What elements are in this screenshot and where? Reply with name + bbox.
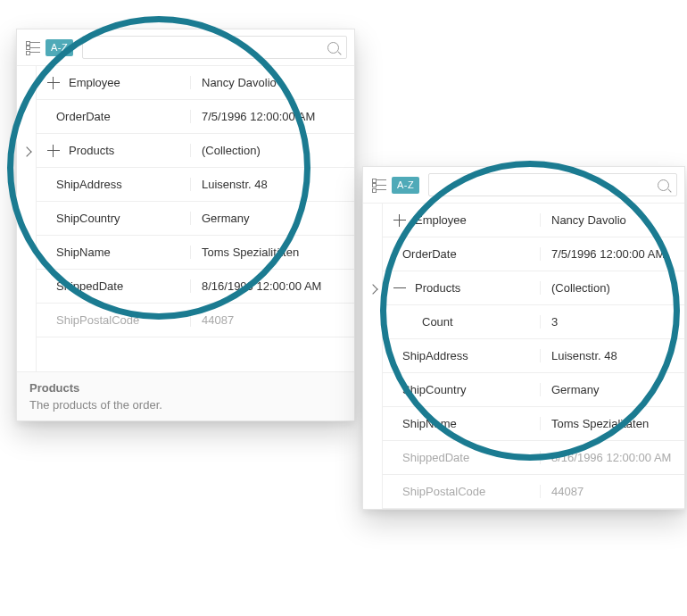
property-value-cell[interactable]: Toms Spezialitäten bbox=[540, 417, 684, 430]
property-name: ShippedDate bbox=[56, 279, 123, 293]
property-value: Toms Spezialitäten bbox=[551, 417, 649, 430]
property-name-cell: ShipCountry bbox=[383, 383, 540, 396]
property-name: OrderDate bbox=[56, 110, 111, 123]
property-name-cell: ShippedDate bbox=[383, 451, 540, 464]
property-name: ShipName bbox=[402, 417, 457, 430]
search-input[interactable] bbox=[90, 41, 327, 54]
expand-icon[interactable] bbox=[47, 77, 60, 89]
search-input[interactable] bbox=[436, 179, 658, 192]
property-value: Luisenstr. 48 bbox=[202, 178, 268, 191]
property-value-cell[interactable]: 8/16/1996 12:00:00 AM bbox=[540, 451, 684, 464]
property-grid: EmployeeNancy DavolioOrderDate7/5/1996 1… bbox=[37, 66, 354, 371]
property-name: ShipAddress bbox=[56, 178, 122, 191]
property-name-cell: ShipAddress bbox=[37, 178, 190, 191]
property-name-cell: ShipCountry bbox=[37, 212, 190, 225]
property-value: (Collection) bbox=[551, 281, 610, 295]
property-row[interactable]: Products(Collection) bbox=[383, 271, 684, 305]
property-name-cell: Employee bbox=[37, 76, 190, 89]
property-value-cell[interactable]: (Collection) bbox=[540, 281, 684, 295]
property-name: ShipAddress bbox=[402, 349, 468, 362]
property-value-cell[interactable]: Germany bbox=[540, 383, 684, 396]
property-name-cell: OrderDate bbox=[37, 110, 190, 123]
property-value: Nancy Davolio bbox=[202, 76, 277, 89]
property-value-cell[interactable]: 44087 bbox=[540, 485, 684, 498]
property-row[interactable]: Count3 bbox=[383, 305, 684, 339]
property-value: Nancy Davolio bbox=[551, 213, 626, 227]
property-value: Luisenstr. 48 bbox=[551, 349, 617, 362]
property-value: 44087 bbox=[551, 485, 584, 498]
property-name: Employee bbox=[415, 213, 467, 227]
sort-alpha-button[interactable]: A-Z bbox=[46, 39, 73, 56]
property-row[interactable]: ShipNameToms Spezialitäten bbox=[37, 236, 354, 270]
sort-alpha-button[interactable]: A-Z bbox=[392, 177, 419, 194]
property-row[interactable]: ShippedDate8/16/1996 12:00:00 AM bbox=[37, 270, 354, 304]
toolbar: A-Z bbox=[17, 29, 354, 66]
collapse-icon[interactable] bbox=[393, 282, 406, 295]
property-grid-panel-collapsed: A-Z EmployeeNancy DavolioOrderDate7/5/19… bbox=[16, 29, 355, 421]
property-row[interactable]: ShippedDate8/16/1996 12:00:00 AM bbox=[383, 441, 684, 475]
property-name: ShipCountry bbox=[402, 383, 467, 396]
property-name: ShipPostalCode bbox=[56, 313, 139, 327]
property-row[interactable]: OrderDate7/5/1996 12:00:00 AM bbox=[383, 237, 684, 271]
property-name: Products bbox=[415, 281, 460, 295]
property-row[interactable]: ShipPostalCode44087 bbox=[383, 475, 684, 509]
property-name-cell: ShipPostalCode bbox=[383, 485, 540, 498]
property-value-cell[interactable]: 7/5/1996 12:00:00 AM bbox=[540, 247, 684, 261]
property-name-cell: ShipName bbox=[37, 246, 190, 259]
property-value-cell[interactable]: Nancy Davolio bbox=[190, 76, 354, 89]
property-value-cell[interactable]: Germany bbox=[190, 212, 354, 225]
property-name: Products bbox=[69, 144, 114, 157]
property-value-cell[interactable]: 3 bbox=[540, 315, 684, 329]
expand-icon[interactable] bbox=[47, 145, 60, 157]
property-name-cell: ShipPostalCode bbox=[37, 313, 190, 327]
property-value: Germany bbox=[551, 383, 599, 396]
description-pane: Products The products of the order. bbox=[17, 371, 354, 420]
property-name-cell: Products bbox=[383, 281, 540, 295]
property-name: Count bbox=[422, 315, 453, 329]
property-value-cell[interactable]: 44087 bbox=[190, 313, 354, 327]
property-value: 44087 bbox=[202, 313, 234, 327]
row-expander-gutter bbox=[17, 66, 37, 371]
property-name-cell: ShippedDate bbox=[37, 279, 190, 293]
search-icon bbox=[327, 42, 339, 54]
property-row[interactable]: ShipAddressLuisenstr. 48 bbox=[383, 339, 684, 373]
property-row[interactable]: ShipCountryGermany bbox=[383, 373, 684, 407]
property-row[interactable]: ShipAddressLuisenstr. 48 bbox=[37, 168, 354, 202]
property-row[interactable]: ShipNameToms Spezialitäten bbox=[383, 407, 684, 441]
property-row[interactable]: ShipCountryGermany bbox=[37, 202, 354, 236]
description-title: Products bbox=[29, 381, 342, 395]
property-value-cell[interactable]: Toms Spezialitäten bbox=[190, 246, 354, 259]
property-value: Toms Spezialitäten bbox=[202, 246, 299, 259]
property-row[interactable]: OrderDate7/5/1996 12:00:00 AM bbox=[37, 100, 354, 134]
property-value-cell[interactable]: Luisenstr. 48 bbox=[190, 178, 354, 191]
chevron-right-icon[interactable] bbox=[368, 284, 377, 294]
categorized-icon[interactable] bbox=[24, 41, 40, 54]
search-box[interactable] bbox=[428, 173, 677, 196]
property-value: Germany bbox=[202, 212, 249, 225]
row-expander-gutter bbox=[363, 204, 383, 509]
property-row[interactable]: ShipPostalCode44087 bbox=[37, 304, 354, 337]
categorized-icon[interactable] bbox=[370, 179, 386, 191]
property-value: (Collection) bbox=[202, 144, 261, 157]
property-value: 7/5/1996 12:00:00 AM bbox=[202, 110, 315, 123]
property-name-cell: ShipName bbox=[383, 417, 540, 430]
description-body: The products of the order. bbox=[29, 398, 342, 412]
property-value-cell[interactable]: (Collection) bbox=[190, 144, 354, 157]
property-value-cell[interactable]: Luisenstr. 48 bbox=[540, 349, 684, 362]
chevron-right-icon[interactable] bbox=[21, 146, 31, 156]
search-box[interactable] bbox=[82, 36, 347, 59]
property-row[interactable]: EmployeeNancy Davolio bbox=[37, 66, 354, 100]
property-value: 8/16/1996 12:00:00 AM bbox=[551, 451, 671, 464]
expand-icon[interactable] bbox=[393, 214, 406, 227]
property-row[interactable]: EmployeeNancy Davolio bbox=[383, 204, 684, 237]
property-value-cell[interactable]: 8/16/1996 12:00:00 AM bbox=[190, 279, 354, 293]
property-name-cell: OrderDate bbox=[383, 247, 540, 261]
property-name: ShipPostalCode bbox=[402, 485, 485, 498]
property-name: ShipCountry bbox=[56, 212, 120, 225]
property-grid: EmployeeNancy DavolioOrderDate7/5/1996 1… bbox=[383, 204, 684, 509]
property-row[interactable]: Products(Collection) bbox=[37, 134, 354, 168]
property-value-cell[interactable]: Nancy Davolio bbox=[540, 213, 684, 227]
search-icon bbox=[658, 179, 669, 191]
property-value-cell[interactable]: 7/5/1996 12:00:00 AM bbox=[190, 110, 354, 123]
property-name: ShipName bbox=[56, 246, 111, 259]
